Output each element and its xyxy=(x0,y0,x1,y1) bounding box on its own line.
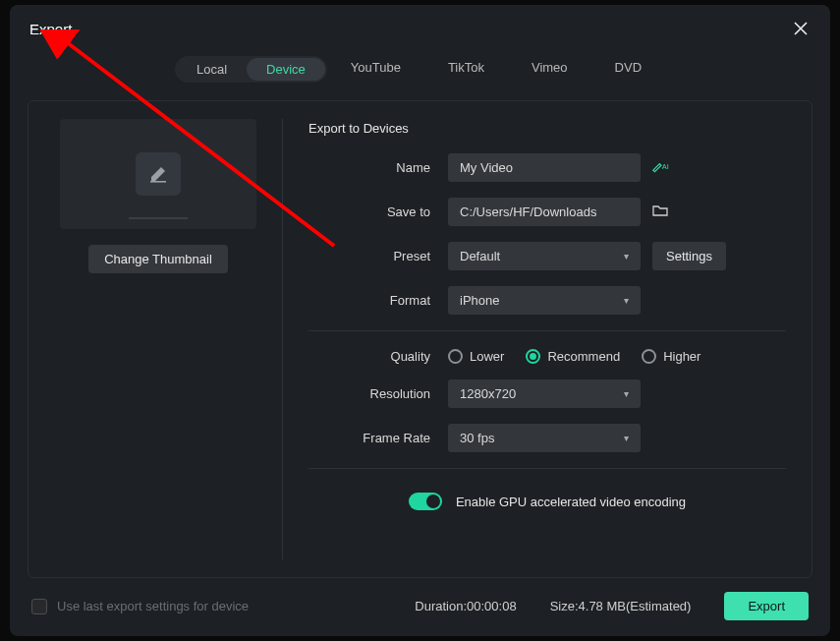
preset-value: Default xyxy=(460,249,500,263)
name-value: My Video xyxy=(460,160,513,175)
preset-settings-button[interactable]: Settings xyxy=(652,242,726,270)
ai-rename-button[interactable]: AI xyxy=(652,159,670,176)
quality-lower[interactable]: Lower xyxy=(448,349,504,364)
chevron-down-icon: ▾ xyxy=(624,433,629,443)
tab-local[interactable]: Local xyxy=(177,58,247,81)
use-last-settings-label: Use last export settings for device xyxy=(57,599,249,613)
framerate-label: Frame Rate xyxy=(308,431,448,445)
dialog-title: Export xyxy=(29,21,72,37)
resolution-value: 1280x720 xyxy=(460,386,516,401)
tab-tiktok[interactable]: TikTok xyxy=(424,56,508,83)
saveto-value: C:/Users/HF/Downloads xyxy=(460,204,596,219)
titlebar: Export xyxy=(10,5,830,44)
pencil-icon xyxy=(148,164,168,184)
radio-icon xyxy=(448,349,463,364)
export-button[interactable]: Export xyxy=(724,592,809,620)
row-quality: Quality Lower Recommend High xyxy=(308,349,786,364)
tab-youtube[interactable]: YouTube xyxy=(327,56,424,83)
tab-dvd[interactable]: DVD xyxy=(591,56,665,83)
saveto-label: Save to xyxy=(308,204,448,219)
name-input[interactable]: My Video xyxy=(448,153,641,182)
dialog-body: Change Thumbnail Export to Devices Name … xyxy=(28,100,812,578)
quality-higher[interactable]: Higher xyxy=(642,349,700,364)
saveto-input[interactable]: C:/Users/HF/Downloads xyxy=(448,198,641,226)
row-format: Format iPhone ▾ xyxy=(308,286,786,315)
form-divider xyxy=(308,330,786,331)
row-framerate: Frame Rate 30 fps ▾ xyxy=(308,424,786,452)
chevron-down-icon: ▾ xyxy=(624,251,629,262)
row-name: Name My Video AI xyxy=(308,153,786,182)
section-title: Export to Devices xyxy=(308,121,786,136)
row-preset: Preset Default ▾ Settings xyxy=(308,242,786,270)
resolution-select[interactable]: 1280x720 ▾ xyxy=(448,379,641,408)
framerate-value: 30 fps xyxy=(460,431,494,445)
thumbnail-column: Change Thumbnail xyxy=(28,101,282,577)
folder-icon xyxy=(652,204,668,217)
toggle-knob xyxy=(426,495,440,508)
size-text: Size:4.78 MB(Estimated) xyxy=(550,599,692,613)
change-thumbnail-button[interactable]: Change Thumbnail xyxy=(88,245,228,273)
svg-text:AI: AI xyxy=(662,162,669,171)
duration-text: Duration:00:00:08 xyxy=(415,599,516,613)
tab-vimeo[interactable]: Vimeo xyxy=(508,56,591,83)
format-label: Format xyxy=(308,293,448,308)
thumbnail-preview[interactable] xyxy=(60,119,256,229)
quality-label: Quality xyxy=(308,349,448,364)
row-saveto: Save to C:/Users/HF/Downloads xyxy=(308,198,786,226)
quality-recommend-label: Recommend xyxy=(547,349,620,364)
export-tabs: Local Device YouTube TikTok Vimeo DVD xyxy=(10,56,830,83)
quality-recommend[interactable]: Recommend xyxy=(526,349,620,364)
svg-rect-0 xyxy=(150,181,166,183)
name-label: Name xyxy=(308,160,448,175)
preset-select[interactable]: Default ▾ xyxy=(448,242,641,270)
row-gpu: Enable GPU accelerated video encoding xyxy=(308,493,786,510)
quality-higher-label: Higher xyxy=(663,349,700,364)
quality-lower-label: Lower xyxy=(470,349,504,364)
thumbnail-caption-line xyxy=(129,217,188,219)
quality-radios: Lower Recommend Higher xyxy=(448,349,700,364)
resolution-label: Resolution xyxy=(308,386,448,401)
radio-icon xyxy=(642,349,656,364)
thumbnail-placeholder xyxy=(136,152,181,196)
use-last-settings-checkbox[interactable] xyxy=(31,599,47,614)
form-divider xyxy=(308,468,786,469)
row-resolution: Resolution 1280x720 ▾ xyxy=(308,379,786,408)
tab-device[interactable]: Device xyxy=(247,58,325,81)
chevron-down-icon: ▾ xyxy=(624,388,629,399)
chevron-down-icon: ▾ xyxy=(624,295,629,306)
export-dialog: Export Local Device YouTube TikTok Vimeo… xyxy=(10,5,830,636)
framerate-select[interactable]: 30 fps ▾ xyxy=(448,424,641,452)
browse-folder-button[interactable] xyxy=(652,204,668,220)
gpu-label: Enable GPU accelerated video encoding xyxy=(456,495,686,509)
pencil-ai-icon: AI xyxy=(652,159,670,173)
dialog-footer: Use last export settings for device Dura… xyxy=(10,592,830,636)
preset-label: Preset xyxy=(308,249,448,263)
gpu-toggle[interactable] xyxy=(409,493,442,510)
footer-left: Use last export settings for device xyxy=(31,599,249,614)
radio-icon xyxy=(526,349,540,364)
close-icon xyxy=(794,22,808,35)
format-value: iPhone xyxy=(460,293,499,308)
form-column: Export to Devices Name My Video AI Save … xyxy=(283,101,812,577)
close-button[interactable] xyxy=(791,19,811,38)
format-select[interactable]: iPhone ▾ xyxy=(448,286,641,315)
tabs-pill: Local Device xyxy=(175,56,327,83)
